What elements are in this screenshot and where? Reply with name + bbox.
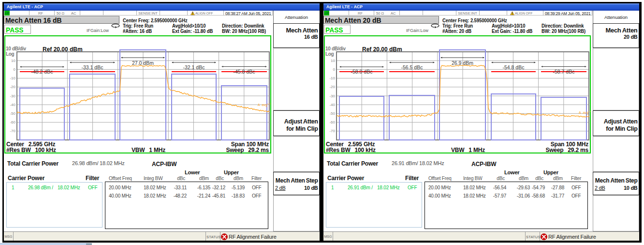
- svg-text:-30: -30: [329, 94, 335, 98]
- svg-text:-56.5 dBc: -56.5 dBc: [401, 64, 423, 70]
- svg-text:-10: -10: [10, 76, 15, 80]
- svg-text:-60: -60: [329, 120, 335, 124]
- svg-text:-45.8 dBc: -45.8 dBc: [234, 69, 255, 75]
- svg-text:-70: -70: [329, 129, 335, 133]
- svg-text:A avgˇˇˇ: A avgˇˇˇ: [579, 111, 591, 115]
- svg-text:A avgˇˇˇ: A avgˇˇˇ: [258, 103, 271, 107]
- svg-text:0: 0: [14, 67, 16, 72]
- svg-text:-33.1 dBc: -33.1 dBc: [82, 64, 103, 70]
- svg-text:10: 10: [331, 59, 335, 63]
- svg-text:0: 0: [333, 67, 336, 72]
- svg-text:-60: -60: [10, 120, 15, 124]
- svg-text:-20: -20: [10, 85, 15, 89]
- svg-text:10: 10: [11, 59, 15, 63]
- svg-text:-20: -20: [329, 85, 335, 89]
- svg-text:-58.7 dBc: -58.7 dBc: [553, 69, 575, 75]
- svg-text:-40: -40: [10, 103, 15, 107]
- svg-text:-32.1 dBc: -32.1 dBc: [183, 64, 205, 70]
- svg-text:-70: -70: [10, 129, 15, 133]
- svg-text:-54.8 dBc: -54.8 dBc: [503, 64, 525, 70]
- svg-text:-50: -50: [329, 111, 335, 116]
- svg-text:-30: -30: [10, 94, 15, 98]
- svg-text:27.0 dBm: 27.0 dBm: [132, 60, 154, 66]
- svg-text:-40: -40: [329, 103, 335, 107]
- svg-text:-48.2 dBc: -48.2 dBc: [31, 69, 53, 75]
- svg-text:-58.0 dBc: -58.0 dBc: [351, 69, 373, 75]
- svg-text:-10: -10: [329, 76, 335, 80]
- svg-text:-50: -50: [10, 111, 15, 116]
- svg-text:26.9 dBm: 26.9 dBm: [452, 60, 473, 66]
